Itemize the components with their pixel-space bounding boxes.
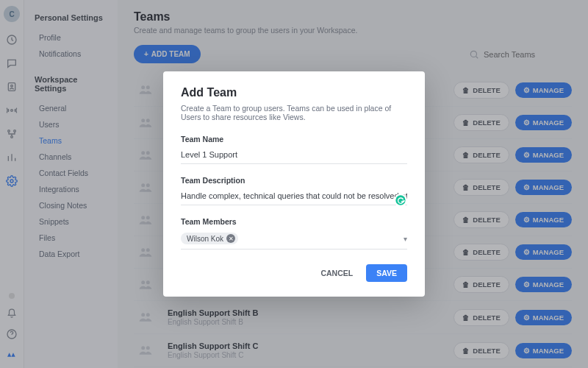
cancel-button[interactable]: CANCEL	[315, 264, 359, 282]
modal-overlay: Add Team Create a Team to group users. T…	[0, 0, 588, 368]
team-name-label: Team Name	[181, 135, 407, 144]
modal-title: Add Team	[181, 86, 407, 99]
grammarly-icon[interactable]	[394, 194, 407, 207]
team-description-label: Team Description	[181, 176, 407, 185]
team-members-label: Team Members	[181, 217, 407, 226]
modal-subtitle: Create a Team to group users. Teams can …	[181, 104, 407, 121]
save-button[interactable]: SAVE	[366, 264, 407, 282]
member-chip-label: Wilson Kok	[187, 235, 223, 243]
team-name-input[interactable]	[181, 148, 407, 164]
chevron-down-icon: ▾	[404, 235, 407, 243]
team-members-select[interactable]: Wilson Kok ✕ ▾	[181, 230, 407, 250]
member-chip: Wilson Kok ✕	[181, 233, 238, 244]
remove-member-icon[interactable]: ✕	[226, 234, 235, 243]
team-description-input[interactable]	[181, 189, 407, 205]
add-team-modal: Add Team Create a Team to group users. T…	[163, 71, 425, 297]
